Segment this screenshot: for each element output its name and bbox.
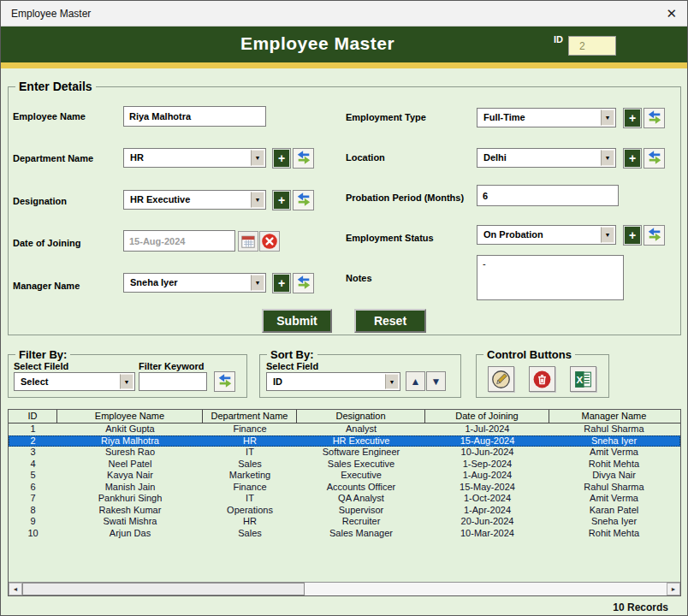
chevron-down-icon[interactable]: ▼ bbox=[601, 227, 614, 243]
probation-period-label: Probation Period (Months) bbox=[346, 192, 464, 203]
chevron-down-icon[interactable]: ▼ bbox=[601, 110, 614, 126]
table-cell: QA Analyst bbox=[297, 493, 425, 505]
column-header-id[interactable]: ID bbox=[9, 410, 57, 423]
add-employment-status-button[interactable]: + bbox=[623, 225, 642, 246]
clear-date-button[interactable] bbox=[259, 231, 280, 252]
table-row[interactable]: 4Neel PatelSalesSales Executive1-Sep-202… bbox=[9, 459, 680, 471]
sort-descending-button[interactable]: ▼ bbox=[426, 371, 446, 391]
table-row[interactable]: 8Rakesh KumarOperationsSupervisor1-Apr-2… bbox=[9, 505, 680, 517]
combo-value: Select bbox=[21, 376, 48, 387]
delete-record-button[interactable] bbox=[529, 366, 555, 392]
chevron-down-icon[interactable]: ▼ bbox=[251, 150, 264, 166]
combo-value: On Probation bbox=[483, 229, 543, 240]
table-cell: Ankit Gupta bbox=[57, 424, 203, 435]
page-title: Employee Master bbox=[1, 33, 634, 54]
refresh-filter-button[interactable] bbox=[214, 371, 235, 392]
table-row[interactable]: 7Pankhuri SinghITQA Analyst1-Oct-2024Ami… bbox=[9, 493, 680, 505]
table-cell: Sales Manager bbox=[297, 528, 425, 540]
column-header-designation[interactable]: Designation bbox=[297, 410, 425, 423]
table-cell: Kavya Nair bbox=[57, 470, 203, 482]
chevron-down-icon[interactable]: ▼ bbox=[251, 275, 264, 291]
manager-name-label: Manager Name bbox=[13, 281, 80, 291]
filter-keyword-input[interactable] bbox=[139, 372, 207, 391]
table-cell: 3 bbox=[9, 447, 57, 459]
refresh-employment-status-button[interactable] bbox=[644, 225, 665, 246]
add-employment-type-button[interactable]: + bbox=[623, 108, 642, 128]
column-header-employee-name[interactable]: Employee Name bbox=[57, 410, 203, 423]
table-cell: 7 bbox=[9, 493, 57, 505]
location-combobox[interactable]: Delhi ▼ bbox=[477, 148, 616, 168]
filter-field-combobox[interactable]: Select ▼ bbox=[14, 372, 135, 391]
table-cell: Rahul Sharma bbox=[549, 424, 679, 435]
table-cell: HR bbox=[203, 435, 297, 447]
scroll-right-arrow-icon[interactable]: ► bbox=[667, 583, 680, 595]
submit-button[interactable]: Submit bbox=[262, 309, 332, 333]
table-cell: 6 bbox=[9, 482, 57, 494]
table-cell: 1-Oct-2024 bbox=[425, 493, 549, 505]
table-cell: 2 bbox=[9, 435, 57, 447]
designation-combobox[interactable]: HR Executive ▼ bbox=[123, 190, 266, 210]
reset-button[interactable]: Reset bbox=[354, 309, 426, 333]
employee-name-input[interactable] bbox=[123, 106, 266, 127]
table-row[interactable]: 9Swati MishraHRRecruiter20-Jun-2024Sneha… bbox=[9, 516, 680, 528]
date-of-joining-input[interactable] bbox=[123, 230, 235, 252]
chevron-down-icon[interactable]: ▼ bbox=[120, 374, 133, 389]
table-cell: 5 bbox=[9, 470, 57, 482]
export-excel-button[interactable]: X bbox=[570, 366, 596, 392]
calendar-icon bbox=[240, 234, 256, 249]
add-manager-button[interactable]: + bbox=[272, 273, 291, 293]
refresh-location-button[interactable] bbox=[644, 148, 665, 169]
horizontal-scrollbar[interactable]: ◄ ► bbox=[9, 582, 680, 595]
designation-label: Designation bbox=[13, 196, 67, 206]
table-row[interactable]: 5Kavya NairMarketingExecutive1-Aug-2024D… bbox=[9, 470, 680, 482]
notes-input[interactable]: - bbox=[477, 255, 624, 300]
refresh-employment-type-button[interactable] bbox=[644, 108, 665, 128]
scroll-left-arrow-icon[interactable]: ◄ bbox=[9, 583, 22, 595]
table-cell: 1-Sep-2024 bbox=[425, 459, 549, 471]
chevron-down-icon[interactable]: ▼ bbox=[601, 150, 614, 166]
table-row[interactable]: 1Ankit GuptaFinanceAnalyst1-Jul-2024Rahu… bbox=[9, 424, 680, 435]
table-row[interactable]: 3Suresh RaoITSoftware Engineer10-Jun-202… bbox=[9, 447, 680, 459]
calendar-picker-button[interactable] bbox=[238, 231, 258, 252]
svg-text:X: X bbox=[576, 374, 583, 384]
table-cell: IT bbox=[203, 493, 297, 505]
sort-ascending-button[interactable]: ▲ bbox=[406, 371, 425, 391]
employee-master-window: Employee Master ✕ Employee Master ID 2 E… bbox=[0, 0, 688, 616]
manager-combobox[interactable]: Sneha Iyer ▼ bbox=[123, 273, 266, 293]
table-row[interactable]: 2Riya MalhotraHRHR Executive15-Aug-2024S… bbox=[9, 435, 680, 447]
table-cell: Supervisor bbox=[297, 505, 425, 517]
refresh-icon bbox=[647, 150, 662, 168]
add-department-button[interactable]: + bbox=[272, 148, 291, 169]
close-icon[interactable]: ✕ bbox=[666, 6, 677, 21]
refresh-designation-button[interactable] bbox=[293, 190, 314, 210]
refresh-icon bbox=[296, 192, 311, 210]
add-designation-button[interactable]: + bbox=[272, 190, 291, 210]
column-header-department-name[interactable]: Department Name bbox=[203, 410, 297, 423]
table-cell: Software Engineer bbox=[297, 447, 425, 459]
employment-status-combobox[interactable]: On Probation ▼ bbox=[477, 225, 616, 245]
table-row[interactable]: 6Manish JainFinanceAccounts Officer15-Ma… bbox=[9, 482, 680, 494]
edit-record-button[interactable] bbox=[488, 366, 514, 392]
table-cell: Rohit Mehta bbox=[549, 459, 679, 471]
employment-type-combobox[interactable]: Full-Time ▼ bbox=[477, 108, 616, 127]
table-row[interactable]: 10Arjun DasSalesSales Manager10-Mar-2024… bbox=[9, 528, 680, 540]
refresh-icon bbox=[647, 227, 662, 245]
department-combobox[interactable]: HR ▼ bbox=[123, 148, 266, 168]
chevron-down-icon[interactable]: ▼ bbox=[251, 192, 264, 208]
refresh-manager-button[interactable] bbox=[293, 273, 314, 293]
refresh-icon bbox=[296, 150, 311, 168]
id-field[interactable]: 2 bbox=[568, 36, 616, 56]
employment-type-label: Employment Type bbox=[346, 112, 426, 122]
scrollbar-thumb[interactable] bbox=[22, 583, 305, 595]
column-header-date-of-joining[interactable]: Date of Joining bbox=[425, 410, 549, 423]
column-header-manager-name[interactable]: Manager Name bbox=[549, 410, 679, 423]
table-cell: IT bbox=[203, 447, 297, 459]
refresh-department-button[interactable] bbox=[293, 148, 314, 169]
chevron-down-icon[interactable]: ▼ bbox=[385, 374, 399, 389]
table-cell: Finance bbox=[203, 482, 297, 494]
sort-field-combobox[interactable]: ID ▼ bbox=[266, 372, 400, 391]
id-label: ID bbox=[554, 34, 563, 44]
title-bar: Employee Master ✕ bbox=[1, 1, 687, 27]
probation-period-input[interactable] bbox=[477, 185, 619, 206]
add-location-button[interactable]: + bbox=[623, 148, 642, 169]
